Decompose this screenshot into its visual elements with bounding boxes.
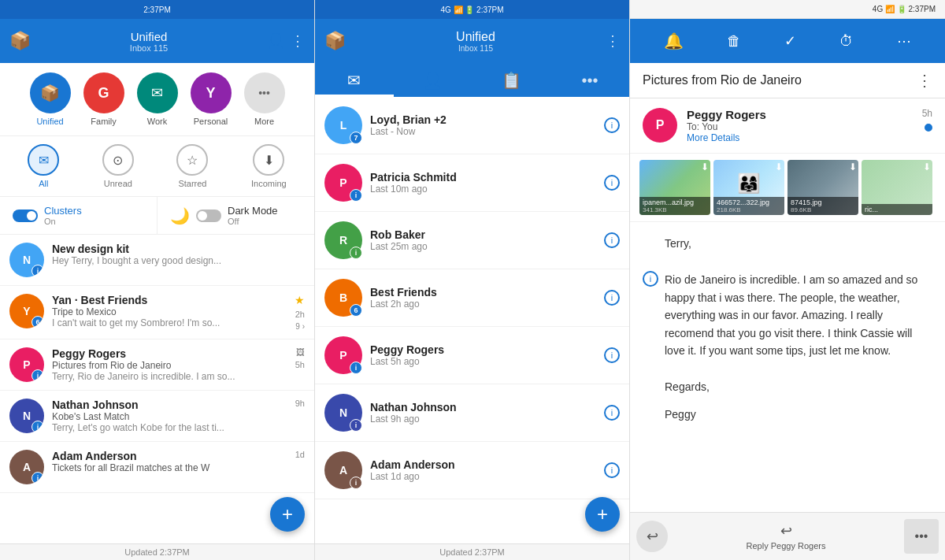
reply-arrow-btn[interactable]: ↩ [636,521,668,552]
attachment-thumb[interactable]: ipanem...azil.jpg 341.3KB ⬇ [639,160,710,215]
p2-email-item[interactable]: N i Nathan Johnson Last 9h ago i [315,384,629,442]
reply-button[interactable]: ↩ Reply Peggy Rogers [674,519,898,554]
p2-time: Last 5h ago [370,356,596,367]
status-time-p3: 4G 📶 🔋 2:37PM [639,5,936,13]
p2-sender: Peggy Rogers [370,343,596,356]
reply-label: Reply Peggy Rogers [747,541,826,551]
info-button[interactable]: i [604,347,620,363]
check-icon[interactable]: ✓ [784,32,796,50]
history-icon[interactable]: ⏱ [839,33,854,50]
email-preview: Terry, Let's go watch Kobe for the last … [52,422,287,433]
thumb-label: ric... [862,204,932,215]
back-icon[interactable]: 🔔 [664,32,684,50]
p2-email-info: Rob Baker Last 25m ago [370,228,596,252]
p2-time: Last 10m ago [370,184,596,195]
filter-all[interactable]: ✉ All [28,144,59,188]
avatar: Y 6 [9,294,44,328]
body-greeting: Terry, [665,235,691,252]
p2-sender: Loyd, Brian +2 [370,113,596,126]
darkmode-toggle-icon [196,210,221,222]
info-circle-body[interactable]: i [643,271,658,287]
profile-icon[interactable]: 👤 [267,32,284,50]
star-icon: ★ [295,294,305,306]
reply-more-button[interactable]: ••• [904,519,939,554]
info-button[interactable]: i [604,175,620,191]
panel1-inbox-count: Inbox 115 [37,43,261,53]
p2-email-info: Nathan Johnson Last 9h ago [370,401,596,425]
email-sender: Yan · Best Friends [52,294,287,306]
info-button[interactable]: i [604,462,620,478]
p2-avatar: N i [324,394,362,432]
account-unified[interactable]: 📦 Unified [30,72,71,126]
header-more-icon[interactable]: ⋮ [917,71,932,90]
email-sender: Nathan Johnson [52,399,287,411]
email-sender: Peggy Rogers [52,347,287,360]
tab-inbox[interactable]: ✉ [315,66,394,97]
email-item[interactable]: Y 6 Yan · Best Friends Tripe to Mexico I… [0,286,314,339]
attachments-row: ipanem...azil.jpg 341.3KB ⬇ 👨‍👩‍👧 466572… [630,154,945,222]
filter-starred[interactable]: ☆ Starred [176,144,208,188]
avatar-badge: 6 [32,316,44,328]
info-button[interactable]: i [604,405,620,421]
account-more[interactable]: ••• More [244,72,285,126]
download-icon[interactable]: ⬇ [775,161,783,172]
email-subject: Kobe's Last Match [52,411,287,422]
email-sender: Adam Anderson [52,450,287,462]
more-icon[interactable]: ⋮ [291,32,305,50]
status-time-p1: 2:37PM [9,6,305,14]
p2-sender: Rob Baker [370,228,596,241]
tab-contacts[interactable]: 👤 [394,66,472,97]
tab-notes[interactable]: 📋 [472,66,551,97]
compose-fab-p2[interactable]: + [585,497,620,532]
info-button[interactable]: i [604,232,620,248]
filter-unread[interactable]: ⊙ Unread [102,144,134,188]
p2-avatar-badge: i [350,477,362,489]
email-sender: New design kit [52,243,305,255]
p2-email-item[interactable]: R i Rob Baker Last 25m ago i [315,212,629,269]
p2-email-item[interactable]: P i Peggy Rogers Last 5h ago i [315,327,629,384]
filter-incoming[interactable]: ⬇ Incoming [251,144,287,188]
more-details-link[interactable]: More Details [687,132,913,143]
thumb-label: 466572...322.jpg 218.6KB [713,197,784,215]
email-meta: 9h [295,399,305,408]
p2-email-item[interactable]: B 6 Best Friends Last 2h ago i [315,269,629,327]
p2-email-item[interactable]: A i Adam Anderson Last 1d ago i [315,442,629,499]
delete-icon[interactable]: 🗑 [727,33,741,50]
email-item[interactable]: A i Adam Anderson Tickets for all Brazil… [0,442,314,493]
account-family[interactable]: G Family [83,72,124,126]
account-personal[interactable]: Y Personal [191,72,232,126]
update-bar-p1: Updated 2:37PM [0,543,314,560]
attachment-thumb[interactable]: 👨‍👩‍👧 466572...322.jpg 218.6KB ⬇ [713,160,784,215]
email-item[interactable]: N i New design kit Hey Terry, I bought a… [0,235,314,286]
sender-to: To: You [687,121,913,132]
download-icon[interactable]: ⬇ [701,161,709,172]
compose-fab[interactable]: + [270,497,305,532]
avatar-badge: i [32,265,44,277]
email-item[interactable]: P i Peggy Rogers Pictures from Rio de Ja… [0,339,314,391]
update-bar-p2: Updated 2:37PM [315,543,629,560]
more-actions-icon[interactable]: ⋯ [897,32,911,50]
darkmode-toggle[interactable]: 🌙 Dark Mode Off [158,197,314,234]
email-item[interactable]: N i Nathan Johnson Kobe's Last Match Ter… [0,391,314,442]
tab-more[interactable]: ••• [550,67,629,97]
attachment-thumb[interactable]: ric... ⬇ [862,160,932,215]
status-time-p2: 4G 📶 🔋 2:37PM [324,6,620,14]
avatar: A i [9,450,44,484]
email-time: 2h [295,310,305,319]
email-list-p1: N i New design kit Hey Terry, I bought a… [0,235,314,543]
thumb-label: 87415.jpg 89.6KB [788,197,858,215]
clusters-toggle[interactable]: Clusters On [0,197,158,234]
p2-email-item[interactable]: L 7 Loyd, Brian +2 Last - Now i [315,97,629,154]
attachment-thumb[interactable]: 87415.jpg 89.6KB ⬇ [788,160,858,215]
more-icon-p2[interactable]: ⋮ [606,32,620,50]
moon-icon: 🌙 [170,206,190,225]
email-meta: 🖼 5h [295,347,305,369]
email-preview: Hey Terry, I bought a very good design..… [52,255,305,266]
email-subject: Tripe to Mexico [52,306,287,317]
account-work[interactable]: ✉ Work [137,72,178,126]
p2-email-item[interactable]: P i Patricia Schmitd Last 10m ago i [315,154,629,212]
info-button[interactable]: i [604,290,620,306]
download-icon[interactable]: ⬇ [923,161,931,172]
download-icon[interactable]: ⬇ [849,161,857,172]
info-button[interactable]: i [604,117,620,133]
